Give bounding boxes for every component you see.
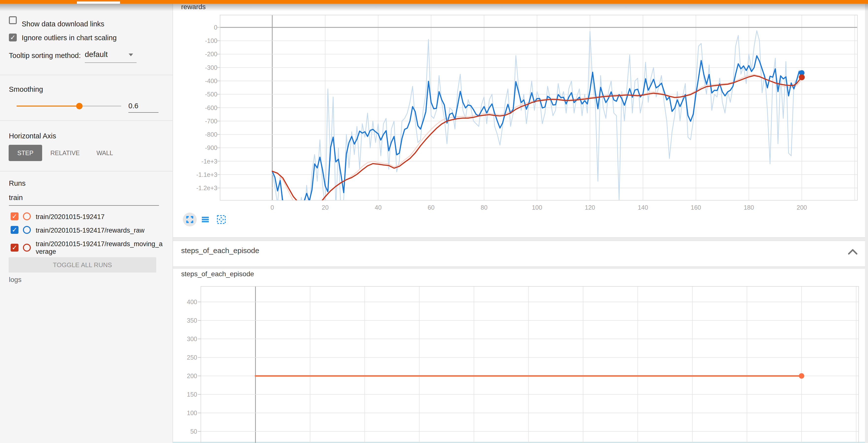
y-tick-label: -400 — [205, 78, 217, 84]
rewards-chart-plot-area[interactable]: 0-100-200-300-400-500-600-700-800-900-1e… — [173, 4, 865, 237]
x-tick-label: 80 — [480, 204, 488, 211]
run-checkbox[interactable]: ✓ — [10, 244, 19, 252]
ignore-outliers-checkbox[interactable]: ✓ — [9, 34, 17, 41]
smoothing-value: 0.6 — [128, 102, 138, 110]
y-tick-label: -600 — [205, 104, 217, 111]
run-row[interactable]: ✓ train/20201015-192417 — [0, 212, 173, 221]
dropdown-arrow-icon — [129, 54, 133, 56]
x-tick-label: 200 — [797, 204, 807, 211]
y-tick-label: -700 — [205, 118, 217, 124]
tooltip-sorting-value: default — [85, 50, 108, 59]
y-tick-label: -1e+3 — [202, 158, 217, 165]
x-tick-label: 180 — [744, 204, 754, 211]
axis-wall-button[interactable]: WALL — [89, 145, 121, 161]
plot-frame — [201, 286, 859, 443]
x-tick-label: 100 — [532, 204, 542, 211]
horizontal-axis-label: Horizontal Axis — [9, 132, 56, 140]
run-row[interactable]: ✓ train/20201015-192417/rewards_raw — [0, 226, 173, 235]
runs-label: Runs — [9, 179, 26, 187]
x-tick-label: 40 — [375, 204, 381, 211]
run-label: train/20201015-192417 — [36, 213, 164, 221]
show-data-download-links-checkbox[interactable] — [9, 16, 17, 24]
smoothing-value-input[interactable]: 0.6 — [128, 102, 158, 113]
active-tab-indicator — [77, 1, 120, 4]
toggle-all-runs-button[interactable]: TOGGLE ALL RUNS — [9, 257, 156, 272]
run-checkbox[interactable]: ✓ — [10, 212, 19, 220]
y-tick-label: 0 — [214, 24, 217, 31]
x-tick-label: 20 — [322, 204, 329, 211]
run-color-circle[interactable] — [23, 226, 31, 234]
ignore-outliers-label: Ignore outliers in chart scaling — [22, 34, 117, 42]
y-tick-label: 250 — [187, 354, 197, 361]
x-tick-label: 160 — [691, 204, 701, 211]
run-row[interactable]: ✓ train/20201015-192417/rewards_moving_a… — [0, 240, 173, 256]
run-checkbox[interactable]: ✓ — [10, 226, 19, 234]
y-tick-label: -100 — [205, 37, 217, 44]
run-label: train/20201015-192417/rewards_moving_ave… — [36, 240, 163, 256]
divider — [0, 171, 173, 171]
collapse-section-button[interactable] — [845, 244, 860, 259]
tooltip-sorting-label: Tooltip sorting method: — [9, 52, 81, 60]
y-tick-label: 50 — [190, 428, 197, 435]
runs-group-logs: logs — [9, 276, 22, 284]
tooltip-sorting-dropdown[interactable]: default — [85, 50, 136, 63]
y-tick-label: -300 — [205, 64, 217, 71]
y-tick-label: 350 — [187, 317, 197, 324]
smoothing-slider-fill — [17, 106, 80, 107]
series-end-dot[interactable] — [799, 74, 805, 80]
y-tick-label: -800 — [205, 131, 217, 138]
steps-chart-plot-area[interactable]: 40035030025020015010050 — [173, 269, 865, 443]
smoothing-slider-thumb[interactable] — [76, 103, 83, 109]
y-tick-label: -500 — [205, 91, 217, 98]
y-tick-label: -200 — [205, 51, 217, 57]
series-end-dot[interactable] — [799, 373, 804, 379]
y-tick-label: 100 — [187, 409, 197, 416]
settings-sidebar: Show data download links ✓ Ignore outlie… — [0, 4, 173, 443]
x-tick-label: 0 — [271, 204, 274, 211]
chevron-up-icon — [845, 244, 860, 259]
steps-section-title: steps_of_each_episode — [181, 246, 259, 255]
x-tick-label: 60 — [428, 204, 434, 211]
y-tick-label: 200 — [187, 373, 197, 379]
divider — [0, 120, 173, 121]
top-app-bar — [0, 0, 868, 4]
y-tick-label: -1.1e+3 — [196, 171, 218, 178]
y-tick-label: 400 — [187, 298, 197, 305]
y-tick-label: 150 — [187, 391, 197, 398]
divider — [0, 75, 173, 75]
axis-relative-button[interactable]: RELATIVE — [48, 145, 82, 161]
y-tick-label: 300 — [187, 335, 197, 342]
show-data-download-links-label: Show data download links — [22, 20, 104, 28]
axis-step-button[interactable]: STEP — [9, 145, 42, 161]
runs-filter-input[interactable]: train — [9, 194, 159, 206]
y-tick-label: -900 — [205, 144, 217, 151]
run-label: train/20201015-192417/rewards_raw — [36, 227, 164, 234]
steps-section-header[interactable]: steps_of_each_episode — [173, 240, 865, 267]
y-tick-label: -1.2e+3 — [196, 184, 218, 191]
x-tick-label: 140 — [638, 204, 648, 211]
run-color-circle[interactable] — [23, 212, 31, 220]
x-tick-label: 120 — [585, 204, 595, 211]
smoothing-label: Smoothing — [9, 85, 43, 93]
runs-filter-value: train — [9, 194, 23, 202]
run-color-circle[interactable] — [23, 244, 31, 252]
